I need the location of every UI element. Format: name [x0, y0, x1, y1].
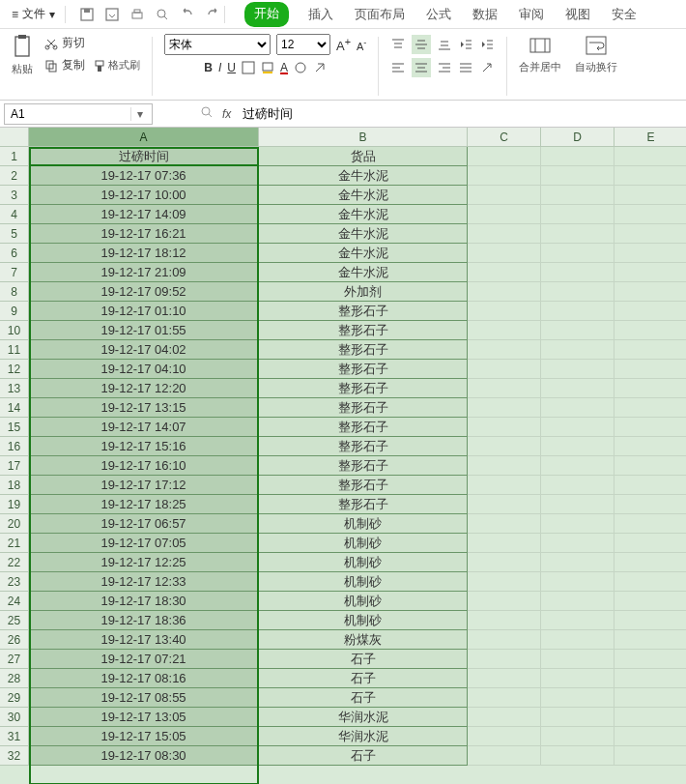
cell-B2[interactable]: 金牛水泥 [259, 166, 468, 186]
cell-B20[interactable]: 机制砂 [259, 514, 468, 534]
cell-B3[interactable]: 金牛水泥 [259, 186, 468, 205]
row-header-6[interactable]: 6 [0, 244, 29, 263]
cell-E17[interactable] [615, 456, 686, 476]
cell-B10[interactable]: 整形石子 [259, 321, 468, 340]
cell-E11[interactable] [615, 340, 686, 360]
decrease-indent-icon[interactable] [458, 37, 473, 52]
bold-button[interactable]: B [204, 61, 213, 74]
paste-button[interactable]: 粘贴 [10, 33, 35, 76]
align-center-icon[interactable] [412, 58, 431, 77]
cell-D20[interactable] [541, 514, 615, 534]
cell-D30[interactable] [541, 708, 615, 727]
cell-D15[interactable] [541, 418, 615, 437]
cell-C24[interactable] [468, 592, 541, 611]
row-header-1[interactable]: 1 [0, 147, 29, 166]
cell-A6[interactable]: 19-12-17 18:12 [29, 244, 259, 263]
align-right-icon[interactable] [437, 60, 452, 75]
column-header-E[interactable]: E [615, 128, 686, 147]
cell-C15[interactable] [468, 418, 541, 437]
cell-D29[interactable] [541, 688, 615, 708]
cell-E31[interactable] [615, 727, 686, 746]
cell-E14[interactable] [615, 398, 686, 418]
row-header-21[interactable]: 21 [0, 534, 29, 553]
row-header-27[interactable]: 27 [0, 650, 29, 669]
cell-A22[interactable]: 19-12-17 12:25 [29, 553, 259, 572]
border-button[interactable] [242, 61, 255, 74]
cell-B1[interactable]: 货品 [259, 147, 468, 166]
cell-B18[interactable]: 整形石子 [259, 476, 468, 495]
cell-E8[interactable] [615, 282, 686, 302]
cell-E28[interactable] [615, 669, 686, 688]
cell-D21[interactable] [541, 534, 615, 553]
row-header-32[interactable]: 32 [0, 746, 29, 766]
cell-E25[interactable] [615, 611, 686, 630]
cell-C1[interactable] [468, 147, 541, 166]
cell-E9[interactable] [615, 302, 686, 321]
cell-B25[interactable]: 机制砂 [259, 611, 468, 630]
cell-E27[interactable] [615, 650, 686, 669]
spreadsheet-grid[interactable]: ABCDE 1234567891011121314151617181920212… [0, 128, 686, 784]
cell-A19[interactable]: 19-12-17 18:25 [29, 495, 259, 514]
cell-B14[interactable]: 整形石子 [259, 398, 468, 418]
format-painter-button[interactable]: 格式刷 [93, 55, 140, 75]
cell-A25[interactable]: 19-12-17 18:36 [29, 611, 259, 630]
cell-B22[interactable]: 机制砂 [259, 553, 468, 572]
cell-A20[interactable]: 19-12-17 06:57 [29, 514, 259, 534]
column-header-C[interactable]: C [468, 128, 541, 147]
row-header-26[interactable]: 26 [0, 630, 29, 650]
justify-icon[interactable] [458, 60, 473, 75]
row-header-24[interactable]: 24 [0, 592, 29, 611]
increase-font-icon[interactable]: A+ [336, 36, 351, 53]
cell-E2[interactable] [615, 166, 686, 186]
tab-视图[interactable]: 视图 [563, 2, 592, 27]
cell-C28[interactable] [468, 669, 541, 688]
tab-插入[interactable]: 插入 [306, 2, 335, 27]
cell-E26[interactable] [615, 630, 686, 650]
cell-A11[interactable]: 19-12-17 04:02 [29, 340, 259, 360]
cell-B27[interactable]: 石子 [259, 650, 468, 669]
cell-B23[interactable]: 机制砂 [259, 572, 468, 592]
cell-B16[interactable]: 整形石子 [259, 437, 468, 456]
cell-A27[interactable]: 19-12-17 07:21 [29, 650, 259, 669]
cell-C20[interactable] [468, 514, 541, 534]
align-bottom-icon[interactable] [437, 37, 452, 52]
cut-button[interactable]: 剪切 [41, 33, 140, 53]
fill-color-button[interactable] [261, 61, 274, 74]
cell-B8[interactable]: 外加剂 [259, 282, 468, 302]
cell-A30[interactable]: 19-12-17 13:05 [29, 708, 259, 727]
name-box-input[interactable] [5, 107, 130, 121]
cell-C29[interactable] [468, 688, 541, 708]
cell-A26[interactable]: 19-12-17 13:40 [29, 630, 259, 650]
cell-C26[interactable] [468, 630, 541, 650]
cell-D28[interactable] [541, 669, 615, 688]
cell-A18[interactable]: 19-12-17 17:12 [29, 476, 259, 495]
cell-D10[interactable] [541, 321, 615, 340]
row-header-11[interactable]: 11 [0, 340, 29, 360]
print-preview-icon[interactable] [155, 7, 170, 22]
row-header-10[interactable]: 10 [0, 321, 29, 340]
cell-D5[interactable] [541, 224, 615, 244]
cell-E23[interactable] [615, 572, 686, 592]
row-header-5[interactable]: 5 [0, 224, 29, 244]
cell-C10[interactable] [468, 321, 541, 340]
cell-B7[interactable]: 金牛水泥 [259, 263, 468, 282]
row-header-23[interactable]: 23 [0, 572, 29, 592]
cell-E1[interactable] [615, 147, 686, 166]
tab-公式[interactable]: 公式 [424, 2, 453, 27]
tab-审阅[interactable]: 审阅 [517, 2, 546, 27]
row-header-14[interactable]: 14 [0, 398, 29, 418]
cell-A2[interactable]: 19-12-17 07:36 [29, 166, 259, 186]
file-menu-button[interactable]: ≡ 文件 ▾ [6, 4, 61, 24]
cell-B21[interactable]: 机制砂 [259, 534, 468, 553]
align-left-icon[interactable] [390, 60, 406, 75]
cell-A29[interactable]: 19-12-17 08:55 [29, 688, 259, 708]
cell-E10[interactable] [615, 321, 686, 340]
cell-B28[interactable]: 石子 [259, 669, 468, 688]
cell-D7[interactable] [541, 263, 615, 282]
cell-D18[interactable] [541, 476, 615, 495]
cell-A16[interactable]: 19-12-17 15:16 [29, 437, 259, 456]
cell-E19[interactable] [615, 495, 686, 514]
cell-D9[interactable] [541, 302, 615, 321]
cell-B17[interactable]: 整形石子 [259, 456, 468, 476]
cell-B24[interactable]: 机制砂 [259, 592, 468, 611]
